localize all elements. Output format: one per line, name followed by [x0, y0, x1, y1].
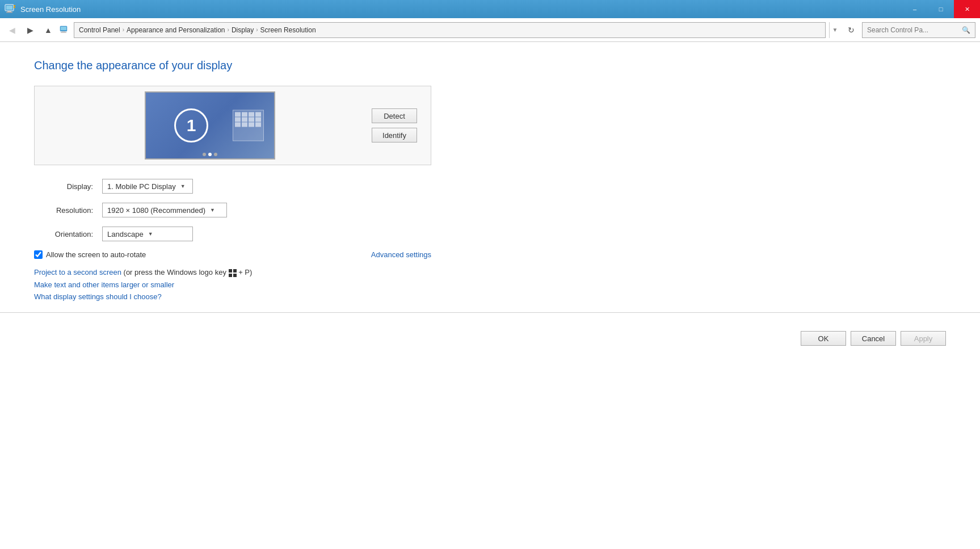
search-box[interactable]: 🔍 [862, 22, 975, 38]
search-icon: 🔍 [962, 26, 970, 34]
minimize-button[interactable]: – [902, 0, 928, 18]
orientation-select[interactable]: Landscape ▼ [102, 227, 193, 241]
orientation-label: Orientation: [34, 230, 102, 238]
resolution-row: Resolution: 1920 × 1080 (Recommended) ▼ [34, 203, 946, 217]
svg-rect-1 [6, 6, 12, 10]
search-input[interactable] [867, 26, 960, 34]
project-link-keys: + P) [238, 268, 252, 276]
forward-button[interactable]: ▶ [23, 23, 37, 37]
make-text-link[interactable]: Make text and other items larger or smal… [34, 280, 946, 289]
project-link-row: Project to a second screen (or press the… [34, 268, 946, 277]
svg-rect-8 [62, 31, 65, 32]
ok-button[interactable]: OK [801, 331, 846, 346]
nav-icon [59, 24, 70, 36]
page-title: Change the appearance of your display [34, 59, 946, 72]
content-area: Change the appearance of your display 1 [0, 42, 980, 549]
breadcrumb-item-3[interactable]: Display [232, 26, 254, 34]
auto-rotate-checkbox[interactable] [34, 250, 43, 259]
svg-rect-7 [61, 27, 66, 30]
divider [0, 312, 980, 313]
auto-rotate-label: Allow the screen to auto-rotate [46, 250, 146, 259]
breadcrumb-item-1[interactable]: Control Panel [79, 26, 120, 34]
svg-rect-4 [14, 5, 15, 6]
window-controls: – □ ✕ [902, 0, 980, 18]
resolution-label: Resolution: [34, 206, 102, 215]
app-icon [5, 3, 16, 15]
monitor-dots [203, 153, 217, 156]
links-section: Project to a second screen (or press the… [34, 268, 946, 301]
auto-rotate-row: Allow the screen to auto-rotate Advanced… [34, 250, 431, 259]
monitor-preview-section: 1 Detect Identify [34, 86, 431, 165]
svg-rect-5 [14, 7, 15, 8]
orientation-value: Landscape [107, 230, 144, 238]
svg-rect-13 [233, 274, 237, 277]
svg-rect-12 [229, 274, 232, 277]
addressbar: ◀ ▶ ▲ Control Panel › Appearance and Per… [0, 18, 980, 42]
refresh-button[interactable]: ↻ [844, 23, 859, 37]
display-dropdown-arrow: ▼ [180, 183, 186, 189]
svg-rect-3 [6, 12, 12, 13]
svg-rect-10 [229, 269, 232, 273]
resolution-select[interactable]: 1920 × 1080 (Recommended) ▼ [102, 203, 227, 217]
breadcrumb-sep-1: › [123, 27, 124, 33]
monitor-preview: 1 [145, 91, 275, 160]
project-link[interactable]: Project to a second screen [34, 268, 121, 276]
monitor-calendar-icon [233, 110, 264, 141]
display-label: Display: [34, 182, 102, 191]
window-title: Screen Resolution [20, 5, 81, 14]
cancel-button[interactable]: Cancel [851, 331, 896, 346]
detect-button[interactable]: Detect [372, 108, 417, 123]
titlebar: Screen Resolution – □ ✕ [0, 0, 980, 18]
up-button[interactable]: ▲ [41, 23, 56, 37]
display-row: Display: 1. Mobile PC Display ▼ [34, 179, 946, 194]
breadcrumb-item-2[interactable]: Appearance and Personalization [127, 26, 225, 34]
orientation-dropdown-arrow: ▼ [148, 231, 153, 237]
resolution-value: 1920 × 1080 (Recommended) [107, 206, 205, 215]
advanced-settings-link[interactable]: Advanced settings [371, 250, 431, 259]
breadcrumb-sep-3: › [256, 27, 258, 33]
auto-rotate-checkbox-group: Allow the screen to auto-rotate [34, 250, 146, 259]
orientation-row: Orientation: Landscape ▼ [34, 227, 946, 241]
breadcrumb-item-4[interactable]: Screen Resolution [260, 26, 316, 34]
display-settings-link[interactable]: What display settings should I choose? [34, 292, 946, 301]
bottom-buttons: OK Cancel Apply [34, 324, 946, 346]
monitor-action-buttons: Detect Identify [372, 108, 417, 143]
identify-button[interactable]: Identify [372, 128, 417, 143]
breadcrumb-sep-2: › [228, 27, 229, 33]
project-link-suffix: (or press the Windows logo key [124, 268, 229, 276]
apply-button[interactable]: Apply [901, 331, 946, 346]
breadcrumb[interactable]: Control Panel › Appearance and Personali… [74, 22, 826, 38]
maximize-button[interactable]: □ [928, 0, 954, 18]
display-select[interactable]: 1. Mobile PC Display ▼ [102, 179, 193, 194]
resolution-dropdown-arrow: ▼ [210, 207, 215, 213]
svg-rect-9 [61, 32, 66, 32]
display-value: 1. Mobile PC Display [107, 182, 176, 191]
monitor-number: 1 [174, 108, 208, 143]
windows-key-icon [229, 269, 237, 278]
breadcrumb-dropdown[interactable]: ▼ [829, 22, 840, 38]
close-button[interactable]: ✕ [954, 0, 980, 18]
svg-rect-11 [233, 269, 237, 273]
back-button[interactable]: ◀ [5, 23, 19, 37]
svg-rect-2 [7, 11, 11, 12]
